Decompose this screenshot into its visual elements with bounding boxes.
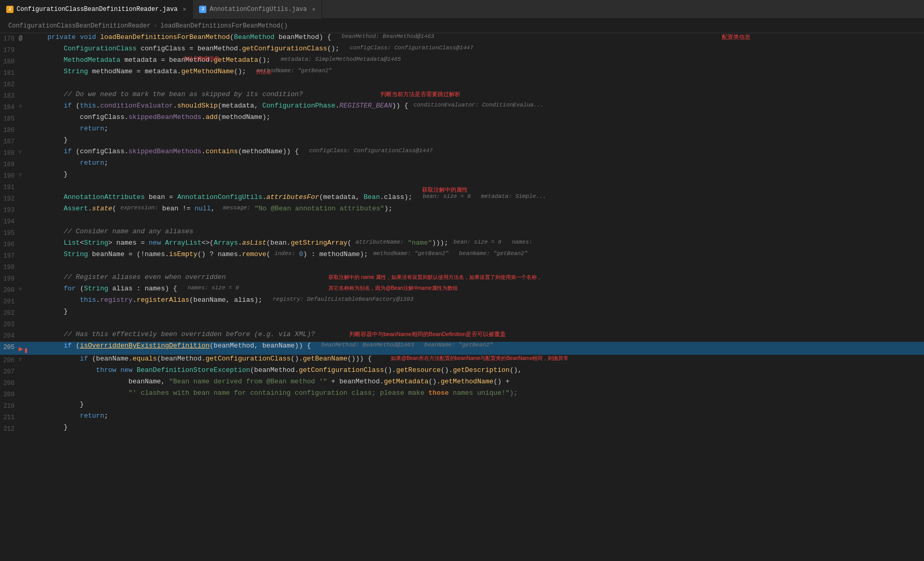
tab-bar: J ConfigurationClassBeanDefinitionReader… [0,0,924,19]
fold-184[interactable]: ▽ [19,102,27,110]
code-line-181: String methodName = metadata.getMethodNa… [27,68,336,79]
code-line-191 [27,182,35,193]
table-row: 187 } [0,136,924,148]
code-lines: 178 @ private void loadBeanDefinitionsFo… [0,33,924,435]
tab-annotation-config[interactable]: J AnnotationConfigUtils.java ✕ [193,0,322,19]
table-row: 205 ▶ if (isOverriddenByExistingDefiniti… [0,342,924,355]
line-num-198: 198 [0,262,19,273]
code-line-185: configClass.skippedBeanMethods.add(metho… [27,113,274,125]
gutter-197 [19,250,27,252]
gutter-205: ▶ [19,342,27,355]
line-num-181: 181 [0,68,19,79]
code-line-184: if (this.conditionEvaluator.shouldSkip(m… [27,102,548,113]
line-num-201: 201 [0,296,19,308]
table-row: 210 } [0,400,924,412]
table-row: 188 ▽ if (configClass.skippedBeanMethods… [0,148,924,159]
table-row: 195 // Consider name and any aliases [0,228,924,239]
code-content[interactable]: 178 @ private void loadBeanDefinitionsFo… [0,33,924,561]
tab-icon-2: J [199,6,206,13]
tab-close-2[interactable]: ✕ [312,6,316,12]
fold-206[interactable]: ▽ [19,355,27,363]
tab-label-1: ConfigurationClassBeanDefinitionReader.j… [17,6,178,13]
gutter-187 [19,136,27,138]
code-line-196: List<String> names = new ArrayList<>(Arr… [27,239,536,250]
code-line-186: return; [27,125,112,136]
gutter-207 [19,366,27,368]
breadcrumb-part-2: loadBeanDefinitionsForBeanMethod() [161,22,288,30]
line-num-182: 182 [0,79,19,90]
gutter-196 [19,239,27,241]
line-num-211: 211 [0,412,19,423]
gutter-202 [19,308,27,309]
breadcrumb-separator: › [154,22,157,30]
table-row: 189 return; [0,159,924,170]
gutter-211 [19,412,27,413]
code-line-202: } [27,308,72,319]
table-row: 198 [0,262,924,273]
code-line-211: return; [27,412,112,423]
code-area: 178 @ private void loadBeanDefinitionsFo… [0,33,924,561]
fold-190[interactable]: ▽ [19,170,27,178]
table-row: 181 String methodName = metadata.getMeth… [0,68,924,79]
code-line-201: this.registry.registerAlias(beanName, al… [27,296,417,308]
line-num-188: 188 [0,148,19,159]
table-row: 192 AnnotationAttributes bean = Annotati… [0,193,924,205]
code-line-206: if (beanName.equals(beanMethod.getConfig… [27,355,376,366]
line-num-208: 208 [0,378,19,389]
breadcrumb-part-1: ConfigurationClassBeanDefinitionReader [8,22,151,30]
table-row: 178 @ private void loadBeanDefinitionsFo… [0,33,924,45]
line-num-204: 204 [0,330,19,342]
gutter-203 [19,319,27,320]
line-num-206: 206 [0,355,19,366]
fold-200[interactable]: ▽ [19,285,27,292]
line-num-194: 194 [0,216,19,228]
gutter-201 [19,296,27,298]
code-line-190: } [27,170,72,182]
tab-close-1[interactable]: ✕ [183,6,187,12]
code-line-193: Assert.state( expression: bean != null, … [27,205,397,216]
tab-config-reader[interactable]: J ConfigurationClassBeanDefinitionReader… [0,0,193,19]
table-row: 180 MethodMetadata metadata = beanMethod… [0,56,924,68]
table-row: 206 ▽ if (beanName.equals(beanMethod.get… [0,355,924,366]
table-row: 211 return; [0,412,924,423]
debug-arrow-icon: ▶ [19,343,23,355]
line-num-190: 190 [0,170,19,182]
code-line-208: beanName, "Bean name derived from @Bean … [27,378,514,389]
line-num-200: 200 [0,285,19,296]
code-line-197: String beanName = (!names.isEmpty() ? na… [27,250,532,262]
code-line-205: if (isOverriddenByExistingDefinition(bea… [27,342,497,353]
gutter-212 [19,423,27,425]
code-line-187: } [27,136,72,148]
code-line-182 [27,79,35,90]
line-num-186: 186 [0,125,19,136]
table-row: 196 List<String> names = new ArrayList<>… [0,239,924,250]
code-line-204: // Has this effectively been overridden … [27,330,319,342]
code-line-210: } [27,400,88,412]
table-row: 193 Assert.state( expression: bean != nu… [0,205,924,216]
line-num-183: 183 [0,90,19,102]
code-line-192: AnnotationAttributes bean = AnnotationCo… [27,193,550,205]
line-num-209: 209 [0,389,19,400]
gutter-181 [19,68,27,69]
code-line-183: // Do we need to mark the bean as skippe… [27,90,307,102]
code-line-179: ConfigurationClass configClass = beanMet… [27,45,478,56]
gutter-198 [19,262,27,263]
gutter-204 [19,330,27,332]
table-row: 203 [0,319,924,330]
table-row: 179 ConfigurationClass configClass = bea… [0,45,924,56]
gutter-183 [19,90,27,92]
breadcrumb: ConfigurationClassBeanDefinitionReader ›… [0,19,924,33]
code-line-212: } [27,423,72,435]
code-line-203 [27,319,35,330]
table-row: 191 [0,182,924,193]
line-num-180: 180 [0,56,19,68]
line-num-189: 189 [0,159,19,170]
table-row: 183 // Do we need to mark the bean as sk… [0,90,924,102]
gutter-191 [19,182,27,183]
table-row: 201 this.registry.registerAlias(beanName… [0,296,924,308]
fold-188[interactable]: ▽ [19,148,27,155]
table-row: 197 String beanName = (!names.isEmpty() … [0,250,924,262]
table-row: 200 ▽ for (String alias : names) { names… [0,285,924,296]
line-num-210: 210 [0,400,19,412]
line-num-197: 197 [0,250,19,262]
